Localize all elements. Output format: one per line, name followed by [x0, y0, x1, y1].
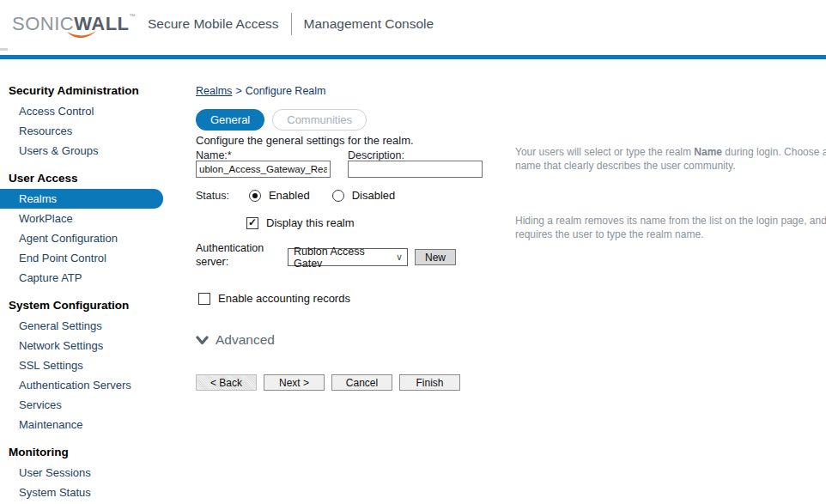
display-realm-label: Display this realm — [266, 216, 355, 229]
accounting-label: Enable accounting records — [218, 292, 350, 305]
sidebar-item-system-status[interactable]: System Status — [0, 483, 172, 502]
sidebar-item-services[interactable]: Services — [0, 395, 172, 415]
status-enabled-radio[interactable] — [249, 190, 261, 202]
sidebar-item-ssl-settings[interactable]: SSL Settings — [0, 355, 172, 375]
name-help-text: Your users will select or type the realm… — [515, 145, 826, 173]
auth-server-select[interactable]: Rublon Access Gatev ∨ — [288, 248, 408, 266]
wizard-buttons: < Back Next > Cancel Finish — [196, 374, 467, 391]
sidebar-heading-system-configuration: System Configuration — [9, 299, 172, 312]
console-name: Management Console — [304, 16, 434, 32]
new-auth-server-button[interactable]: New — [415, 249, 456, 265]
chevron-down-icon — [196, 336, 209, 345]
header-divider — [291, 13, 292, 35]
logo-trademark: ™ — [130, 13, 137, 19]
advanced-label: Advanced — [216, 332, 275, 348]
realm-name-input[interactable] — [196, 161, 331, 178]
sidebar-heading-user-access: User Access — [9, 172, 172, 185]
display-realm-checkbox[interactable] — [246, 217, 258, 229]
main-content: Realms>Configure Realm General Communiti… — [196, 77, 826, 504]
status-enabled-label: Enabled — [269, 189, 310, 202]
status-row: Status: Enabled Disabled — [196, 189, 395, 202]
sidebar-heading-monitoring: Monitoring — [9, 446, 172, 458]
next-button[interactable]: Next > — [264, 374, 325, 391]
accent-bar — [0, 55, 826, 59]
status-disabled-radio[interactable] — [332, 190, 344, 202]
sidebar-item-resources[interactable]: Resources — [0, 121, 172, 141]
accounting-row: Enable accounting records — [198, 292, 350, 305]
breadcrumb-current: Configure Realm — [246, 85, 326, 97]
hide-realm-help-text: Hiding a realm removes its name from the… — [515, 214, 826, 241]
sidebar-item-access-control[interactable]: Access Control — [0, 101, 172, 121]
chevron-down-icon: ∨ — [396, 252, 403, 263]
status-label: Status: — [196, 190, 229, 202]
name-label: Name:* — [196, 149, 232, 161]
finish-button[interactable]: Finish — [399, 374, 460, 391]
name-help-bold: Name — [694, 146, 722, 158]
sidebar-item-network-settings[interactable]: Network Settings — [0, 336, 172, 355]
sidebar-item-users-groups[interactable]: Users & Groups — [0, 141, 172, 161]
sidebar-heading-security-administration: Security Administration — [9, 84, 172, 97]
sidebar-item-realms[interactable]: Realms — [0, 189, 163, 209]
breadcrumb-separator: > — [235, 85, 241, 97]
sidebar-item-end-point-control[interactable]: End Point Control — [0, 248, 172, 268]
header-notch — [0, 48, 8, 51]
app-header: SONICWALL™ Secure Mobile Access Manageme… — [0, 0, 826, 48]
status-disabled-label: Disabled — [352, 189, 396, 202]
name-help-pre: Your users will select or type the realm — [515, 146, 694, 158]
intro-text: Configure the general settings for the r… — [196, 134, 414, 147]
display-realm-row: Display this realm — [246, 216, 355, 229]
sidebar-item-capture-atp[interactable]: Capture ATP — [0, 268, 172, 288]
logo-text-sonic: SONIC — [12, 13, 74, 34]
description-label: Description: — [348, 149, 404, 161]
sidebar-item-authentication-servers[interactable]: Authentication Servers — [0, 375, 172, 395]
breadcrumb: Realms>Configure Realm — [196, 85, 325, 97]
tab-general[interactable]: General — [196, 109, 264, 131]
sidebar-item-workplace[interactable]: WorkPlace — [0, 209, 172, 228]
sidebar: Security Administration Access Control R… — [0, 77, 172, 504]
tab-communities[interactable]: Communities — [272, 109, 367, 131]
sidebar-item-agent-configuration[interactable]: Agent Configuration — [0, 228, 172, 248]
app-logo: SONICWALL™ — [12, 13, 136, 35]
accounting-checkbox[interactable] — [198, 293, 210, 305]
advanced-toggle[interactable]: Advanced — [196, 332, 275, 348]
auth-server-label: Authentication server: — [196, 242, 282, 269]
app-window: SONICWALL™ Secure Mobile Access Manageme… — [0, 0, 826, 504]
breadcrumb-link-realms[interactable]: Realms — [196, 85, 232, 97]
sidebar-item-maintenance[interactable]: Maintenance — [0, 415, 172, 434]
sidebar-item-general-settings[interactable]: General Settings — [0, 316, 172, 336]
cancel-button[interactable]: Cancel — [331, 374, 392, 391]
description-input[interactable] — [348, 161, 483, 178]
auth-server-selected-value: Rublon Access Gatev — [294, 246, 396, 270]
sidebar-item-user-sessions[interactable]: User Sessions — [0, 463, 172, 483]
back-button[interactable]: < Back — [196, 374, 257, 391]
logo-swoosh-icon — [66, 30, 97, 40]
tab-bar: General Communities — [196, 109, 367, 131]
product-name: Secure Mobile Access — [148, 16, 279, 32]
